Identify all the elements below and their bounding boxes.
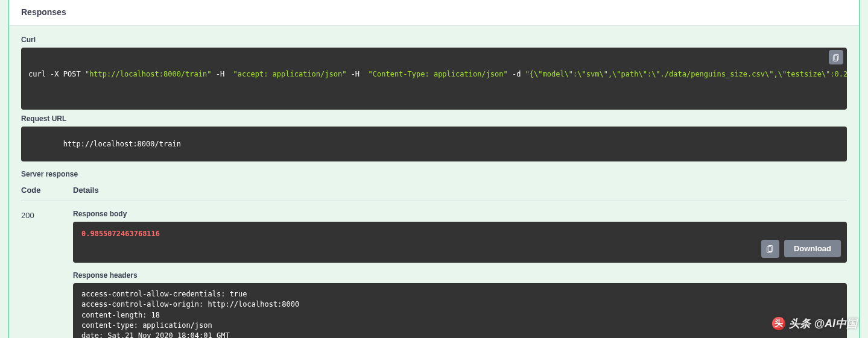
header-line: access-control-allow-origin: http://loca…: [81, 299, 838, 310]
response-body-label: Response body: [73, 210, 847, 218]
server-response-label: Server response: [21, 170, 847, 178]
curl-part-accept: "accept: application/json": [233, 70, 347, 78]
curl-label: Curl: [21, 36, 847, 44]
request-url-value: http://localhost:8000/train: [63, 140, 181, 148]
curl-part-h2: -H: [346, 70, 368, 78]
header-line: content-length: 18: [81, 310, 838, 321]
header-line: access-control-allow-credentials: true: [81, 289, 838, 299]
curl-codeblock: curl -X POST "http://localhost:8000/trai…: [21, 48, 847, 110]
responses-header: Responses: [9, 0, 859, 26]
request-url-block: http://localhost:8000/train: [21, 127, 847, 161]
header-line: content-type: application/json: [81, 321, 838, 331]
response-body-block: 0.9855072463768116 Download: [73, 222, 847, 263]
curl-part-body: "{\"model\":\"svm\",\"path\":\"./data/pe…: [525, 70, 847, 78]
col-header-code: Code: [21, 186, 73, 195]
download-button[interactable]: Download: [784, 240, 841, 257]
clipboard-icon: [765, 244, 775, 253]
response-table-header: Code Details: [21, 186, 847, 201]
curl-part-h1: -H: [211, 70, 233, 78]
response-row: 200 Response body 0.9855072463768116 Dow…: [21, 210, 847, 338]
status-code: 200: [21, 210, 73, 338]
clipboard-icon: [832, 53, 840, 61]
request-url-label: Request URL: [21, 114, 847, 123]
response-headers-block: access-control-allow-credentials: true a…: [73, 283, 847, 338]
copy-response-button[interactable]: [761, 240, 779, 258]
header-line: date: Sat,21 Nov 2020 18:04:01 GMT: [81, 331, 838, 338]
curl-part-ctype: "Content-Type: application/json": [369, 70, 508, 78]
responses-title: Responses: [21, 7, 847, 17]
response-headers-label: Response headers: [73, 271, 847, 280]
curl-part-cmd: curl -X POST: [28, 70, 85, 78]
curl-part-url: "http://localhost:8000/train": [85, 70, 212, 78]
response-body-value: 0.9855072463768116: [81, 230, 160, 238]
copy-curl-button[interactable]: [829, 50, 843, 64]
col-header-details: Details: [73, 186, 847, 195]
curl-part-d: -d: [508, 70, 525, 78]
